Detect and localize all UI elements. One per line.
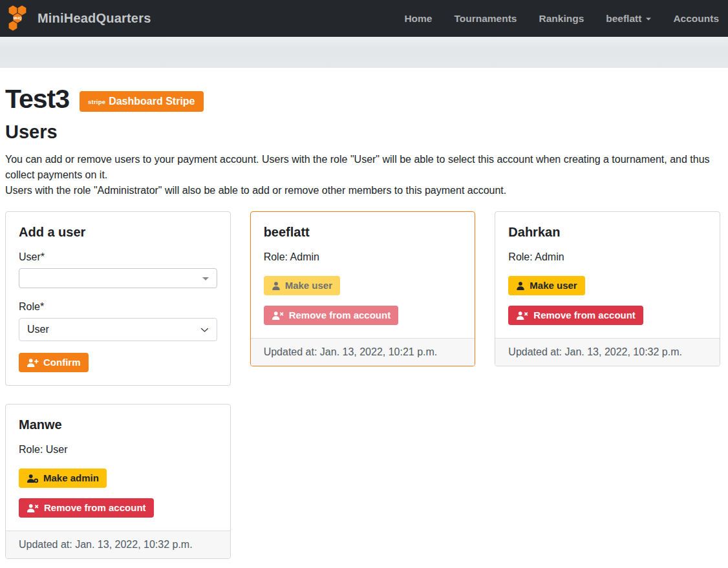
person-icon [516,281,525,291]
member-role: Role: User [19,444,217,456]
confirm-button-label: Confirm [43,356,81,369]
member-role: Role: Admin [264,251,462,263]
description-line-2: Users with the role "Administrator" will… [5,183,720,198]
chevron-down-icon [200,326,209,334]
member-card-body: Dahrkan Role: Admin Make user [495,212,720,338]
caret-down-icon [646,17,651,23]
member-name: Manwe [19,417,217,432]
member-card-beeflatt: beeflatt Role: Admin Make user [250,211,476,366]
add-user-card-body: Add a user User* Role* User [6,212,230,385]
remove-from-account-button[interactable]: Remove from account [508,306,643,325]
user-field-label: User* [19,251,217,263]
person-x-icon [272,311,284,321]
user-select-combobox[interactable] [19,268,217,288]
nav-item-rankings[interactable]: Rankings [539,13,584,25]
cards-grid: Add a user User* Role* User [5,211,720,559]
users-description: You can add or remove users to your paym… [5,152,720,198]
stripe-logo-mark: stripe [88,96,105,109]
make-user-button[interactable]: Make user [508,276,584,295]
role-field-label: Role* [19,301,217,313]
remove-from-account-label: Remove from account [533,309,636,322]
nav-item-tournaments[interactable]: Tournaments [454,13,517,25]
member-card-body: Manwe Role: User Make admin [6,405,230,531]
member-updated-at: Updated at: Jan. 13, 2022, 10:21 p.m. [251,338,475,366]
make-admin-button[interactable]: Make admin [19,468,107,488]
member-updated-at: Updated at: Jan. 13, 2022, 10:32 p.m. [6,531,230,558]
brand-title: MiniHeadQuarters [37,11,151,26]
person-plus-icon [27,358,39,368]
remove-from-account-button[interactable]: Remove from account [264,306,399,325]
navbar: MHQ MiniHeadQuarters Home Tournaments Ra… [0,0,728,37]
member-card-manwe: Manwe Role: User Make admin [5,404,231,559]
member-name: beeflatt [264,225,462,240]
person-x-icon [516,311,529,321]
member-updated-at: Updated at: Jan. 13, 2022, 10:32 p.m. [495,338,720,366]
person-gear-icon [27,474,39,483]
make-admin-label: Make admin [43,472,99,485]
make-user-label: Make user [530,279,577,292]
logo-mhq-text: MHQ [13,16,22,20]
remove-from-account-button[interactable]: Remove from account [19,498,154,518]
description-line-1: You can add or remove users to your paym… [5,152,720,183]
add-user-title: Add a user [19,225,217,240]
nav-item-home[interactable]: Home [404,13,432,25]
page-title: Test3 [5,85,69,114]
hero-banner [0,37,728,68]
main-nav: Home Tournaments Rankings beeflatt Accou… [404,13,719,25]
brand-home-link[interactable]: MHQ MiniHeadQuarters [6,5,151,33]
person-x-icon [27,503,39,513]
role-select[interactable]: User [19,318,217,341]
dropdown-arrow-icon [202,277,209,284]
role-select-value: User [27,324,49,335]
user-menu-label: beeflatt [606,13,641,25]
make-user-label: Make user [285,279,332,292]
nav-item-user-menu[interactable]: beeflatt [606,13,651,25]
confirm-button[interactable]: Confirm [19,353,89,372]
member-card-body: beeflatt Role: Admin Make user [251,212,475,338]
section-title-users: Users [5,121,720,143]
person-icon [272,281,281,291]
member-name: Dahrkan [508,225,707,240]
nav-item-accounts[interactable]: Accounts [673,13,719,25]
main-content: Test3 stripe Dashboard Stripe Users You … [0,68,728,559]
member-role: Role: Admin [508,251,707,263]
remove-from-account-label: Remove from account [44,501,146,514]
make-user-button[interactable]: Make user [264,276,340,295]
dashboard-stripe-button[interactable]: stripe Dashboard Stripe [80,91,203,112]
add-user-card: Add a user User* Role* User [5,211,231,386]
dashboard-stripe-label: Dashboard Stripe [109,95,195,108]
remove-from-account-label: Remove from account [289,309,391,322]
mhq-hexagon-logo-icon: MHQ [6,5,31,33]
page-header: Test3 stripe Dashboard Stripe [5,85,720,114]
member-card-dahrkan: Dahrkan Role: Admin Make user [495,211,720,366]
